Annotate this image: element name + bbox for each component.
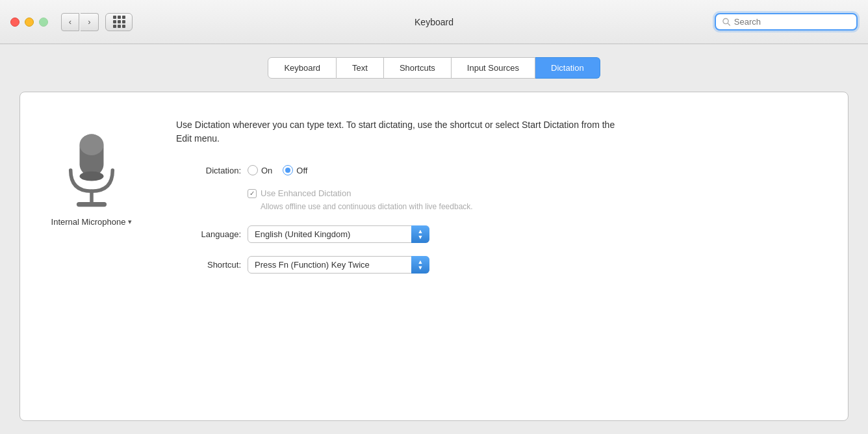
grid-view-button[interactable] [105, 13, 133, 31]
shortcut-label: Shortcut: [176, 260, 241, 270]
dictation-off-option[interactable]: Off [283, 165, 307, 175]
maximize-button[interactable] [39, 18, 48, 27]
dictation-off-label: Off [296, 166, 307, 175]
window-title: Keyboard [415, 17, 453, 27]
radio-off-circle [283, 165, 293, 175]
settings-section: Use Dictation wherever you can type text… [176, 112, 835, 401]
svg-rect-6 [77, 202, 107, 207]
nav-buttons: ‹ › [61, 13, 99, 31]
svg-point-4 [80, 172, 104, 181]
language-select-wrapper: English (United Kingdom) English (United… [248, 225, 429, 243]
microphone-label-text: Internal Microphone [51, 217, 126, 227]
checkmark-icon: ✓ [249, 190, 255, 197]
radio-selected-indicator [285, 168, 290, 173]
tab-bar: Keyboard Text Shortcuts Input Sources Di… [19, 57, 849, 79]
dictation-on-option[interactable]: On [248, 165, 272, 175]
close-button[interactable] [10, 18, 19, 27]
tab-text[interactable]: Text [337, 57, 384, 79]
enhanced-checkbox-row: ✓ Use Enhanced Dictation [248, 188, 835, 198]
main-content: Keyboard Text Shortcuts Input Sources Di… [0, 44, 868, 434]
search-box [715, 13, 858, 31]
dictation-label: Dictation: [176, 166, 241, 175]
shortcut-select[interactable]: Press Fn (Function) Key Twice Press ⌘⌘ C… [248, 256, 429, 274]
tab-shortcuts[interactable]: Shortcuts [384, 57, 452, 79]
tab-dictation[interactable]: Dictation [535, 57, 600, 79]
grid-icon [113, 16, 125, 28]
mic-section: Internal Microphone ▾ [33, 112, 150, 401]
tab-input-sources[interactable]: Input Sources [452, 57, 535, 79]
panel-inner: Internal Microphone ▾ Use Dictation wher… [20, 92, 848, 420]
forward-button[interactable]: › [81, 13, 99, 31]
shortcut-row: Shortcut: Press Fn (Function) Key Twice … [176, 256, 835, 274]
dictation-toggle-row: Dictation: On Off [176, 165, 835, 175]
svg-line-1 [728, 23, 730, 25]
dictation-radio-group: On Off [248, 165, 307, 175]
settings-panel: Internal Microphone ▾ Use Dictation wher… [19, 92, 849, 421]
enhanced-dictation-checkbox[interactable]: ✓ [248, 189, 257, 198]
shortcut-select-wrapper: Press Fn (Function) Key Twice Press ⌘⌘ C… [248, 256, 429, 274]
enhanced-dictation-row: ✓ Use Enhanced Dictation Allows offline … [248, 188, 835, 212]
microphone-icon [59, 131, 124, 209]
microphone-selector[interactable]: Internal Microphone ▾ [51, 217, 133, 227]
chevron-down-icon: ▾ [128, 218, 132, 226]
search-icon [722, 18, 730, 26]
radio-on-circle [248, 165, 258, 175]
back-button[interactable]: ‹ [61, 13, 79, 31]
svg-point-0 [723, 19, 728, 24]
traffic-lights [10, 18, 48, 27]
dictation-on-label: On [261, 166, 272, 175]
search-input[interactable] [734, 17, 850, 27]
language-row: Language: English (United Kingdom) Engli… [176, 225, 835, 243]
language-label: Language: [176, 229, 241, 239]
tab-keyboard[interactable]: Keyboard [268, 57, 337, 79]
titlebar: ‹ › Keyboard [0, 0, 868, 44]
enhanced-dictation-description: Allows offline use and continuous dictat… [261, 201, 835, 212]
enhanced-dictation-label: Use Enhanced Dictation [261, 188, 351, 198]
minimize-button[interactable] [25, 18, 34, 27]
language-select[interactable]: English (United Kingdom) English (United… [248, 225, 429, 243]
description-text: Use Dictation wherever you can type text… [176, 118, 618, 146]
svg-rect-3 [80, 134, 104, 155]
